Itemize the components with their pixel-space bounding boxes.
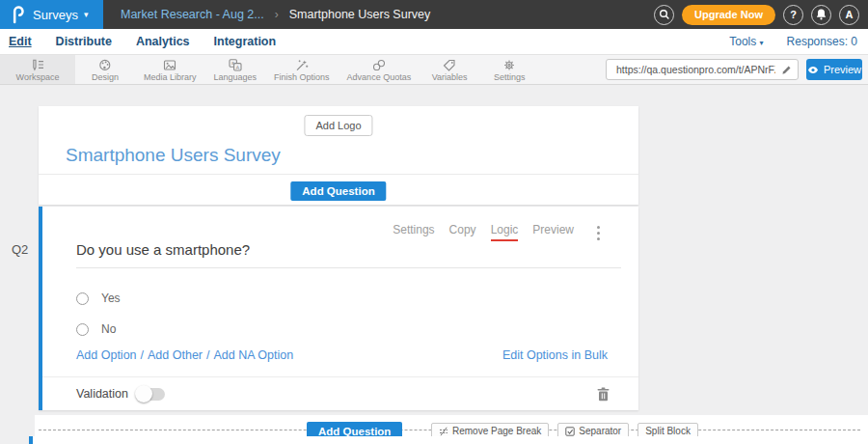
question-card: Settings Copy Logic Preview Do you use a… bbox=[39, 207, 638, 410]
separator-label: Separator bbox=[579, 426, 621, 436]
validation-label: Validation bbox=[76, 387, 128, 401]
upgrade-now-button[interactable]: Upgrade Now bbox=[682, 5, 775, 25]
toolbar-item-label: Media Library bbox=[144, 72, 197, 82]
tools-label: Tools bbox=[729, 35, 756, 48]
question-number-label: Q2 bbox=[12, 242, 28, 257]
add-logo-button[interactable]: Add Logo bbox=[304, 115, 372, 136]
kebab-dot-icon bbox=[597, 232, 600, 235]
edit-options-in-bulk-link[interactable]: Edit Options in Bulk bbox=[502, 348, 608, 362]
kebab-dot-icon bbox=[597, 226, 600, 229]
surveys-product-menu[interactable]: Surveys ▾ bbox=[0, 0, 103, 29]
remove-page-break-label: Remove Page Break bbox=[452, 426, 541, 436]
toolbar-item-label: Variables bbox=[432, 72, 468, 82]
menu-item-distribute[interactable]: Distribute bbox=[56, 35, 112, 48]
toolbar-item-settings[interactable]: Settings bbox=[479, 55, 539, 84]
separator-checkbox-icon bbox=[565, 427, 575, 436]
menu-item-edit[interactable]: Edit bbox=[9, 35, 32, 48]
radio-button[interactable] bbox=[76, 323, 89, 336]
add-other-link[interactable]: Add Other bbox=[148, 348, 203, 362]
design-icon bbox=[98, 58, 112, 71]
tab-copy[interactable]: Copy bbox=[449, 223, 476, 241]
survey-url-input[interactable] bbox=[614, 63, 777, 76]
languages-icon: a A bbox=[229, 58, 242, 71]
toolbar-item-advance-quotas[interactable]: Advance Quotas bbox=[339, 55, 420, 84]
validation-toggle[interactable] bbox=[136, 388, 165, 401]
search-button[interactable] bbox=[654, 5, 674, 25]
remove-page-break-icon bbox=[439, 427, 448, 436]
add-question-button-top[interactable]: Add Question bbox=[290, 181, 386, 201]
breadcrumb-current: Smartphone Users Survey bbox=[289, 8, 431, 21]
workspace-icon bbox=[31, 58, 44, 71]
toolbar-item-finish-options[interactable]: Finish Options bbox=[265, 55, 339, 84]
toggle-knob bbox=[135, 385, 152, 402]
finish-options-icon bbox=[295, 58, 309, 71]
bell-icon bbox=[816, 9, 827, 20]
next-question-card-peek bbox=[29, 436, 868, 444]
toolbar-item-label: Languages bbox=[214, 72, 258, 82]
toolbar-item-variables[interactable]: Variables bbox=[420, 55, 479, 84]
add-na-option-link[interactable]: Add NA Option bbox=[214, 348, 294, 362]
preview-button[interactable]: Preview bbox=[806, 59, 862, 80]
notifications-button[interactable] bbox=[811, 5, 831, 25]
breadcrumb-parent[interactable]: Market Research - Aug 2... bbox=[121, 8, 264, 21]
tools-menu[interactable]: Tools ▾ bbox=[729, 35, 763, 48]
toolbar-item-label: Advance Quotas bbox=[347, 72, 412, 82]
questionpro-logo bbox=[11, 6, 25, 24]
chevron-down-icon: ▾ bbox=[84, 10, 89, 19]
question-text-input[interactable]: Do you use a smartphone? bbox=[76, 241, 621, 268]
question-tabs: Settings Copy Logic Preview bbox=[393, 223, 574, 241]
media-library-icon bbox=[163, 58, 176, 71]
toolbar-item-languages[interactable]: a A Languages bbox=[205, 55, 266, 84]
add-option-link[interactable]: Add Option bbox=[76, 348, 137, 362]
settings-icon bbox=[502, 58, 516, 71]
toolbar-item-label: Settings bbox=[494, 72, 526, 82]
validation-row: Validation bbox=[42, 376, 638, 410]
survey-url-box bbox=[606, 59, 799, 80]
topbar-actions: Upgrade Now ? A bbox=[654, 5, 868, 25]
option-label[interactable]: No bbox=[101, 322, 116, 336]
link-separator: / bbox=[206, 348, 209, 362]
toolbar-item-design[interactable]: Design bbox=[75, 55, 135, 84]
toolbar-item-media-library[interactable]: Media Library bbox=[135, 55, 205, 84]
pencil-icon bbox=[781, 65, 792, 75]
toolbar-item-label: Design bbox=[92, 72, 119, 82]
svg-text:A: A bbox=[235, 64, 239, 69]
tab-settings[interactable]: Settings bbox=[393, 223, 434, 241]
tab-logic[interactable]: Logic bbox=[491, 223, 519, 241]
trash-icon bbox=[597, 387, 610, 402]
menu-item-integration[interactable]: Integration bbox=[214, 35, 277, 48]
answer-option-row: Yes bbox=[76, 291, 121, 305]
delete-question-button[interactable] bbox=[597, 387, 610, 402]
divider bbox=[39, 174, 638, 175]
breadcrumb: Market Research - Aug 2... › Smartphone … bbox=[121, 8, 430, 21]
link-separator: / bbox=[141, 348, 144, 362]
split-block-label: Split Block bbox=[645, 426, 691, 436]
avatar-button[interactable]: A bbox=[839, 5, 859, 25]
toolbar-item-label: Workspace bbox=[16, 72, 60, 82]
help-button[interactable]: ? bbox=[783, 5, 803, 25]
toolbar-item-workspace[interactable]: Workspace bbox=[0, 55, 75, 84]
survey-header-card: Add Logo Smartphone Users Survey Add Que… bbox=[39, 106, 638, 205]
menubar-right: Tools ▾ Responses: 0 bbox=[729, 35, 859, 48]
preview-label: Preview bbox=[824, 64, 861, 75]
edit-url-button[interactable] bbox=[781, 65, 792, 75]
radio-button[interactable] bbox=[76, 292, 89, 305]
search-icon bbox=[659, 9, 670, 20]
eye-icon bbox=[807, 66, 819, 74]
option-label[interactable]: Yes bbox=[101, 291, 121, 305]
responses-count[interactable]: Responses: 0 bbox=[787, 35, 857, 48]
kebab-dot-icon bbox=[597, 237, 600, 240]
advance-quotas-icon bbox=[372, 58, 386, 71]
option-links: Add Option/Add Other/Add NA Option bbox=[76, 348, 293, 362]
menu-item-analytics[interactable]: Analytics bbox=[136, 35, 190, 48]
topbar: Surveys ▾ Market Research - Aug 2... › S… bbox=[0, 0, 868, 29]
breadcrumb-separator-icon: › bbox=[275, 8, 279, 21]
survey-title[interactable]: Smartphone Users Survey bbox=[66, 145, 281, 166]
question-more-menu[interactable] bbox=[595, 224, 602, 242]
chevron-down-icon: ▾ bbox=[760, 39, 764, 47]
variables-icon bbox=[443, 58, 456, 71]
menubar: Edit Distribute Analytics Integration To… bbox=[0, 29, 868, 55]
tab-preview[interactable]: Preview bbox=[532, 223, 574, 241]
answer-option-row: No bbox=[76, 322, 116, 336]
product-name: Surveys bbox=[33, 8, 78, 22]
